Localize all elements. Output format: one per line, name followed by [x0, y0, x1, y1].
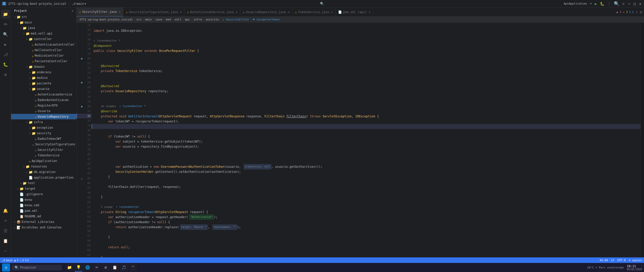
tree-mvnw-cmd[interactable]: 📄mvnw.cmd — [11, 202, 76, 208]
more-icon[interactable]: ⋮ — [607, 2, 611, 6]
tree-usuario-class[interactable]: ☕Usuario — [11, 108, 76, 114]
tab-close-security-config[interactable]: ✕ — [180, 10, 182, 14]
task-app2-icon[interactable]: 📋 — [111, 263, 119, 271]
tab-close-usuario-repository[interactable]: ✕ — [288, 10, 290, 14]
git-icon[interactable]: ⎇ — [1, 50, 10, 59]
maximize-button[interactable]: □ — [633, 2, 636, 6]
terminal-icon[interactable]: ⌨ — [1, 216, 10, 225]
breadcrumb-infra[interactable]: infra — [193, 18, 202, 21]
encoding-label[interactable]: UTF-8 — [617, 259, 626, 262]
tab-close-pom-xml[interactable]: ✕ — [369, 10, 371, 14]
tree-src[interactable]: ▾📁src — [11, 14, 76, 20]
tree-med-voll-api[interactable]: ▾📁med.voll.api — [11, 31, 76, 36]
breadcrumb-voll[interactable]: voll — [175, 18, 181, 21]
minimize-button[interactable]: ─ — [627, 2, 631, 6]
close-button[interactable]: ✕ — [638, 2, 642, 6]
tree-autenticacao-ctrl[interactable]: ☕AutenticacaoController — [11, 42, 76, 47]
breadcrumb-api[interactable]: api — [185, 18, 190, 21]
tree-security-configurations[interactable]: ☕SecurityConfigurations — [11, 142, 76, 147]
task-app1-icon[interactable]: ⚙ — [102, 263, 110, 271]
search-btn[interactable]: 🔍 — [614, 1, 619, 6]
task-intellij-icon[interactable]: 💡 — [74, 263, 83, 271]
tree-endereco[interactable]: ▸📁endereco — [11, 70, 76, 75]
indent-label[interactable]: 4 spaces — [629, 259, 642, 262]
plugins-icon[interactable]: ⊞ — [1, 70, 10, 79]
tree-readme[interactable]: 📋README.md — [11, 214, 76, 219]
tree-test[interactable]: ▸📁test — [11, 180, 76, 186]
services-icon[interactable]: ☰ — [1, 226, 10, 235]
line-ending[interactable]: LF — [611, 259, 614, 262]
tree-usuario-repository[interactable]: ☕UsuarioRepository — [11, 114, 76, 119]
tree-gitignore[interactable]: 📄.gitignore — [11, 191, 76, 197]
tree-hello-ctrl[interactable]: ☕HelloController — [11, 47, 76, 53]
task-app3-icon[interactable]: 🎵 — [120, 263, 128, 271]
tree-mvnw[interactable]: 📄mvnw — [11, 197, 76, 202]
tab-close-autenticacao-service[interactable]: ✕ — [236, 10, 237, 14]
task-app4-icon[interactable]: 📱 — [129, 263, 137, 271]
sidebar-tree[interactable]: ▾📁src ▾📁main ▾📁java ▾📁med.voll.api ▾📁con… — [11, 14, 76, 257]
tree-paciente[interactable]: ▸📁paciente — [11, 81, 76, 86]
tree-token-service[interactable]: ☕TokenService — [11, 153, 76, 158]
tab-close-token-service[interactable]: ✕ — [331, 10, 333, 14]
tab-pom-xml[interactable]: 📄 pom.xml (api) ✕ — [336, 8, 373, 17]
tab-usuario-repository[interactable]: ☕ UsuarioRepository.java ✕ — [240, 8, 292, 17]
breadcrumb-main[interactable]: main — [145, 18, 152, 21]
sidebar-dropdown[interactable]: ▼ — [72, 10, 73, 12]
tab-security-config[interactable]: ☕ SecurityConfigurations.java ✕ — [123, 8, 185, 17]
settings-icon[interactable]: ⚙ — [622, 2, 624, 6]
tree-security-filter[interactable]: ☕SecurityFilter — [11, 147, 76, 153]
tab-autenticacao-service[interactable]: ☕ AutenticacaoService.java ✕ — [184, 8, 240, 17]
breadcrumb-med[interactable]: med — [166, 18, 171, 21]
tree-resources[interactable]: ▾📁resources — [11, 164, 76, 169]
tree-scratches[interactable]: ▸📝Scratches and Consoles — [11, 225, 76, 230]
breadcrumb-src[interactable]: src — [137, 18, 142, 21]
tree-controller[interactable]: ▾📁controller — [11, 36, 76, 42]
info-status[interactable]: ℹ 2 — [25, 259, 29, 262]
error-status[interactable]: ▲ 3 — [14, 259, 18, 262]
task-browser-icon[interactable]: 🌐 — [84, 263, 92, 271]
notifications-icon[interactable]: 🔔 — [1, 206, 10, 215]
branch-status[interactable]: ⎇ main — [2, 259, 13, 262]
breadcrumb-java[interactable]: java — [155, 18, 162, 21]
tree-paciente-ctrl[interactable]: ☕PacienteController — [11, 58, 76, 64]
dropdown-icon[interactable]: ▼ — [590, 2, 592, 5]
tree-security[interactable]: ▾📁security — [11, 130, 76, 136]
tree-autenticacao-svc[interactable]: ☕AutenticacaoService — [11, 92, 76, 97]
tab-token-service[interactable]: ☕ TokenService.java ✕ — [293, 8, 336, 17]
tree-infra[interactable]: ▾📁infra — [11, 119, 76, 125]
breadcrumb-security[interactable]: security — [206, 18, 219, 21]
tree-domain[interactable]: ▾📁domain — [11, 64, 76, 70]
tree-medico-ctrl[interactable]: ☕MedicoController — [11, 53, 76, 58]
tree-dados-token-jwt[interactable]: ☕DadosTokenJWT — [11, 136, 76, 142]
tree-target[interactable]: ▾📁target — [11, 186, 76, 191]
run-sidebar-icon[interactable]: ▶ — [1, 40, 10, 49]
tab-security-filter[interactable]: ☕ SecurityFilter.java ✕ — [76, 8, 123, 17]
task-explorer-icon[interactable]: 📁 — [65, 263, 73, 271]
run-button[interactable]: ▶ — [595, 2, 597, 6]
breadcrumb-security-filter[interactable]: ☕ SecurityFilter — [223, 18, 249, 21]
tree-api-application[interactable]: ☕ApiApplication — [11, 158, 76, 164]
git-log-icon[interactable]: 📋 — [1, 236, 10, 245]
breadcrumb-recuperar-token[interactable]: ⚑ recuperarToken — [253, 18, 279, 21]
task-terminal-icon[interactable]: ⌨ — [93, 263, 101, 271]
tree-medico[interactable]: ▸📁medico — [11, 75, 76, 81]
expand-icon[interactable]: ⬆ — [636, 10, 638, 14]
tree-application-properties[interactable]: 📄application.properties — [11, 175, 76, 180]
tree-db-migration[interactable]: ▸📁db.migration — [11, 169, 76, 175]
tree-pom-xml[interactable]: 📄pom.xml — [11, 208, 76, 214]
warning-status[interactable]: ⚠ 2 — [20, 259, 24, 262]
tree-dados-autenticacao[interactable]: ☕DadosAutenticacao — [11, 97, 76, 103]
tree-register-dto[interactable]: ☕RegisterDTO — [11, 103, 76, 108]
debug-sidebar-icon[interactable]: 🐛 — [1, 60, 10, 69]
commit-icon[interactable] — [1, 20, 10, 29]
tree-external-libraries[interactable]: ▸📦External Libraries — [11, 219, 76, 225]
cursor-position[interactable]: 45:60 — [600, 259, 608, 262]
minimap[interactable] — [640, 23, 644, 257]
tree-usuario[interactable]: ▾📁usuario — [11, 86, 76, 92]
more-tools-icon[interactable]: ⋯ — [1, 246, 10, 255]
code-editor[interactable]: import java.io.IOException; ↑ lucenaheit… — [92, 23, 640, 257]
settings-editor-icon[interactable]: ⚙ — [640, 10, 642, 14]
debug-icon[interactable]: 🐛 — [600, 2, 604, 6]
taskbar-search[interactable]: 🔍 Pesquisar — [12, 265, 62, 270]
tree-exception[interactable]: ▸📁exception — [11, 125, 76, 130]
